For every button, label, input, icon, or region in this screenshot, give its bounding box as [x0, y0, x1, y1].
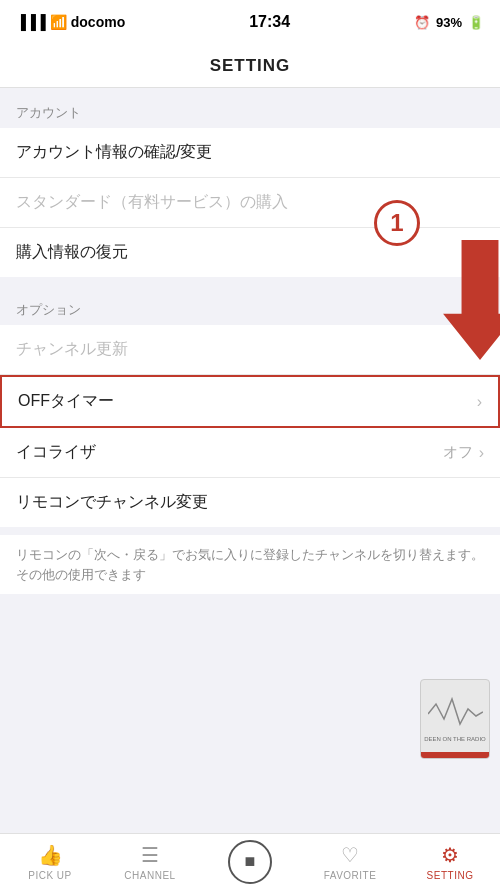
signal-icon: ▐▐▐ — [16, 14, 46, 30]
remote-description: リモコンの「次へ・戻る」でお気に入りに登録したチャンネルを切り替えます。その他の… — [0, 535, 500, 594]
off-timer-label: OFFタイマー — [18, 391, 114, 412]
battery-label: 93% — [436, 15, 462, 30]
section-header-account: アカウント — [0, 88, 500, 128]
tab-channel[interactable]: ☰ CHANNEL — [100, 834, 200, 889]
tab-favorite[interactable]: ♡ FAVORITE — [300, 834, 400, 889]
standard-purchase-label: スタンダード（有料サービス）の購入 — [16, 192, 288, 213]
channel-update-item: チャンネル更新 — [0, 325, 500, 375]
status-time: 17:34 — [249, 13, 290, 31]
status-bar: ▐▐▐ 📶 docomo 17:34 ⏰ 93% 🔋 — [0, 0, 500, 44]
section-header-options: オプション — [0, 285, 500, 325]
setting-icon: ⚙ — [441, 843, 459, 867]
account-info-item[interactable]: アカウント情報の確認/変更 — [0, 128, 500, 178]
play-circle: ■ — [228, 840, 272, 884]
channel-label: CHANNEL — [124, 870, 175, 881]
options-settings-list: チャンネル更新 OFFタイマー › イコライザ オフ › リモコンでチャンネル変… — [0, 325, 500, 527]
remote-channel-item[interactable]: リモコンでチャンネル変更 — [0, 478, 500, 527]
channel-update-label: チャンネル更新 — [16, 339, 128, 360]
tab-pickup[interactable]: 👍 PICK UP — [0, 834, 100, 889]
account-settings-list: アカウント情報の確認/変更 スタンダード（有料サービス）の購入 購入情報の復元 — [0, 128, 500, 277]
tab-bar: 👍 PICK UP ☰ CHANNEL ■ ♡ FAVORITE ⚙ SETTI… — [0, 833, 500, 889]
equalizer-label: イコライザ — [16, 442, 96, 463]
favorite-icon: ♡ — [341, 843, 359, 867]
remote-channel-label: リモコンでチャンネル変更 — [16, 492, 208, 513]
tab-play[interactable]: ■ — [200, 834, 300, 889]
off-timer-item[interactable]: OFFタイマー › — [0, 375, 500, 428]
remote-mini-card: DEEN ON THE RADIO — [420, 679, 490, 759]
standard-purchase-item: スタンダード（有料サービス）の購入 — [0, 178, 500, 228]
favorite-label: FAVORITE — [324, 870, 377, 881]
remote-card-text: DEEN ON THE RADIO — [424, 736, 486, 743]
remote-card-bar — [421, 752, 489, 758]
restore-purchase-item[interactable]: 購入情報の復元 — [0, 228, 500, 277]
status-left: ▐▐▐ 📶 docomo — [16, 14, 125, 30]
off-timer-chevron: › — [477, 393, 482, 411]
carrier-label: docomo — [71, 14, 125, 30]
channel-icon: ☰ — [141, 843, 159, 867]
status-right: ⏰ 93% 🔋 — [414, 15, 484, 30]
group-divider-2 — [0, 527, 500, 535]
restore-purchase-label: 購入情報の復元 — [16, 242, 128, 263]
equalizer-item[interactable]: イコライザ オフ › — [0, 428, 500, 478]
equalizer-right: オフ › — [443, 443, 484, 462]
tab-setting[interactable]: ⚙ SETTING — [400, 834, 500, 889]
alarm-icon: ⏰ — [414, 15, 430, 30]
setting-label: SETTING — [427, 870, 474, 881]
page-title: SETTING — [210, 56, 291, 76]
page-header: SETTING — [0, 44, 500, 88]
group-divider-1 — [0, 277, 500, 285]
equalizer-value: オフ — [443, 443, 473, 462]
battery-icon: 🔋 — [468, 15, 484, 30]
pickup-label: PICK UP — [28, 870, 72, 881]
wifi-icon: 📶 — [50, 14, 67, 30]
pickup-icon: 👍 — [38, 843, 63, 867]
account-info-label: アカウント情報の確認/変更 — [16, 142, 212, 163]
equalizer-chevron: › — [479, 444, 484, 462]
play-icon: ■ — [245, 851, 256, 872]
